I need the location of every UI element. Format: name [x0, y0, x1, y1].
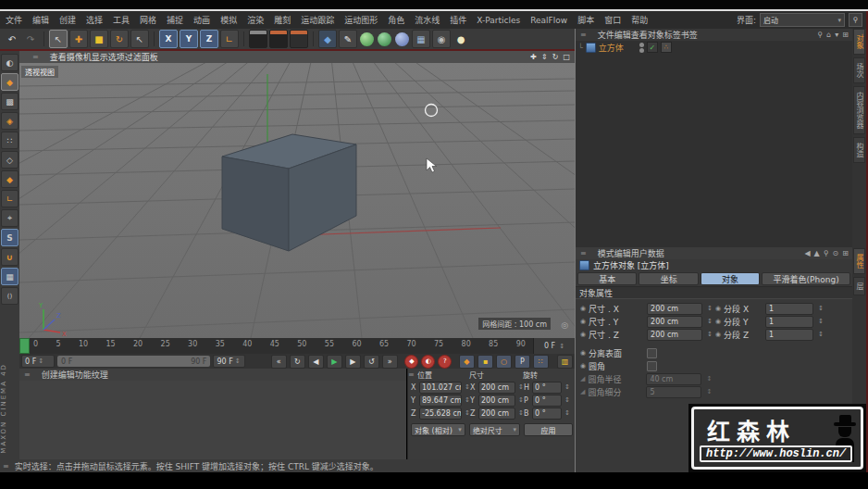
- segments-y-input[interactable]: 1: [765, 316, 813, 328]
- search-icon[interactable]: ⚲: [824, 249, 829, 257]
- menu-item[interactable]: 编辑: [32, 16, 49, 25]
- rot-h-field[interactable]: 0 °: [532, 382, 562, 394]
- menu-item[interactable]: RealFlow: [530, 16, 567, 25]
- maximize-view-icon[interactable]: □: [563, 53, 570, 61]
- object-manager-menu-item[interactable]: 标签: [664, 31, 681, 40]
- search-icon[interactable]: ⚲: [849, 13, 862, 27]
- menu-item[interactable]: 渲染: [247, 16, 264, 25]
- pos-x-field[interactable]: 101.027 cm: [419, 382, 462, 394]
- render-to-picture-viewer-button[interactable]: [269, 30, 288, 48]
- object-properties-section[interactable]: 对象属性: [576, 286, 852, 299]
- separate-surfaces-checkbox[interactable]: [647, 348, 657, 358]
- previous-frame-button[interactable]: ◀: [308, 355, 324, 369]
- camera-button[interactable]: ◉: [432, 30, 451, 48]
- light-button[interactable]: ●: [453, 31, 469, 47]
- size-x-field[interactable]: 200 cm: [478, 382, 515, 394]
- size-z-field[interactable]: 200 cm: [478, 408, 515, 420]
- material-list-area[interactable]: [19, 381, 406, 459]
- locked-workplane-icon[interactable]: (): [1, 287, 19, 305]
- menu-item[interactable]: 脚本: [577, 16, 594, 25]
- segments-x-input[interactable]: 1: [765, 303, 813, 315]
- menu-item[interactable]: 流水线: [415, 16, 440, 25]
- spinner-icon[interactable]: ↕: [564, 383, 569, 391]
- spinner-icon[interactable]: ↕: [465, 383, 469, 391]
- visibility-dots[interactable]: [639, 43, 644, 53]
- menu-item[interactable]: 插件: [450, 16, 466, 25]
- attribute-menu-item[interactable]: 编辑: [614, 249, 631, 258]
- points-mode-icon[interactable]: ∷: [1, 132, 19, 149]
- goto-end-button[interactable]: »: [382, 355, 398, 369]
- spinner-icon[interactable]: ↕: [818, 318, 824, 325]
- menu-grip-icon[interactable]: ≡: [580, 31, 587, 39]
- spinner-icon[interactable]: ↕: [707, 305, 713, 312]
- interface-dropdown[interactable]: 启动 ▾: [760, 13, 845, 27]
- menu-grip-icon[interactable]: ≡: [580, 249, 587, 257]
- viewport-menu-item[interactable]: 显示: [92, 53, 108, 62]
- texture-mode-icon[interactable]: ▩: [1, 93, 19, 110]
- viewport-name-label[interactable]: 透视视图: [21, 66, 58, 78]
- collapse-icon[interactable]: ▾: [835, 31, 838, 39]
- key-rotation-toggle[interactable]: ○: [496, 355, 512, 369]
- pos-z-field[interactable]: -25.628 cm: [419, 408, 462, 420]
- rot-b-field[interactable]: 0 °: [532, 408, 562, 420]
- enable-axis-icon[interactable]: ∟: [1, 190, 19, 207]
- spinner-icon[interactable]: ↕: [235, 357, 241, 365]
- menu-item[interactable]: 运动跟踪: [301, 16, 334, 25]
- spinner-icon[interactable]: ↕: [518, 409, 523, 417]
- menu-item[interactable]: 捕捉: [167, 16, 183, 25]
- move-tool[interactable]: ✚: [69, 30, 88, 48]
- menu-item[interactable]: 帮助: [631, 16, 648, 25]
- spinner-icon[interactable]: ↕: [465, 409, 469, 417]
- edges-mode-icon[interactable]: ◇: [1, 151, 19, 169]
- size-y-field[interactable]: 200 cm: [478, 395, 515, 407]
- object-manager-menu-item[interactable]: 查看: [631, 31, 648, 40]
- material-menu-item[interactable]: 纹理: [92, 370, 108, 380]
- attribute-menu-item[interactable]: 用户数据: [631, 249, 664, 258]
- lock-y-axis-button[interactable]: Y: [180, 30, 198, 48]
- menu-item[interactable]: 工具: [113, 16, 130, 25]
- object-manager-menu-item[interactable]: 书签: [681, 31, 698, 40]
- coordinate-mode-dropdown[interactable]: 对象 (相对)▾: [411, 423, 465, 436]
- spline-pen-button[interactable]: ✎: [339, 30, 357, 48]
- panel-icon[interactable]: ⊞: [842, 31, 849, 39]
- key-pla-toggle[interactable]: ∷: [533, 355, 549, 369]
- next-frame-button[interactable]: ▶: [345, 355, 361, 369]
- current-frame-marker[interactable]: [19, 338, 30, 354]
- size-x-input[interactable]: 200 cm: [647, 303, 702, 315]
- menu-item[interactable]: 网格: [140, 16, 156, 25]
- perspective-viewport[interactable]: ≡ 查看摄像机显示选项过滤面板 ✚ ⇕ ↻ □: [19, 51, 575, 338]
- coordinate-system-button[interactable]: ∟: [220, 30, 239, 48]
- menu-item[interactable]: 创建: [59, 16, 76, 25]
- tab-phong[interactable]: 平滑着色(Phong): [762, 272, 850, 285]
- viewport-solo-icon[interactable]: ⌖: [1, 209, 19, 227]
- rot-p-field[interactable]: 0 °: [532, 395, 562, 407]
- lock-z-axis-button[interactable]: Z: [200, 30, 218, 48]
- menu-item[interactable]: 文件: [6, 16, 22, 25]
- object-name[interactable]: 立方体: [599, 42, 624, 54]
- object-manager-menu-item[interactable]: 编辑: [614, 31, 631, 40]
- lock-icon[interactable]: ⊙: [833, 249, 839, 257]
- tab-basic[interactable]: 基本: [577, 272, 637, 285]
- ruler-frame-field[interactable]: 0 F ↕: [533, 338, 575, 354]
- workplane-edit-icon[interactable]: ▦: [1, 268, 19, 285]
- side-tab-layers[interactable]: 层: [853, 277, 865, 295]
- target-icon[interactable]: ◎: [561, 320, 568, 330]
- menu-item[interactable]: 动画: [193, 16, 210, 25]
- viewport-menu-item[interactable]: 面板: [142, 53, 158, 62]
- primitive-cube-button[interactable]: ◆: [318, 30, 337, 48]
- keyable-bullet-icon[interactable]: ◉: [580, 362, 586, 370]
- viewport-menu-item[interactable]: 摄像机: [67, 53, 92, 62]
- start-frame-field[interactable]: 0 F ↕: [21, 355, 55, 368]
- timeline-ruler[interactable]: 051015202530354045505560657075808590 0 F…: [19, 338, 575, 354]
- object-row-cube[interactable]: └ 立方体 ✓ ∴: [576, 41, 852, 54]
- side-tab-content-browser[interactable]: 内容浏览器: [853, 86, 865, 134]
- spinner-icon[interactable]: ↕: [818, 331, 824, 338]
- enable-check-icon[interactable]: ✓: [647, 42, 658, 53]
- menu-grip-icon[interactable]: ≡: [24, 370, 31, 379]
- spinner-icon[interactable]: ↕: [707, 331, 713, 338]
- goto-start-button[interactable]: «: [271, 355, 287, 369]
- keyable-bullet-icon[interactable]: ◉: [580, 305, 586, 312]
- back-icon[interactable]: ◀: [804, 249, 810, 257]
- up-icon[interactable]: ▲: [814, 249, 820, 257]
- panel-icon[interactable]: ⊞: [842, 249, 849, 257]
